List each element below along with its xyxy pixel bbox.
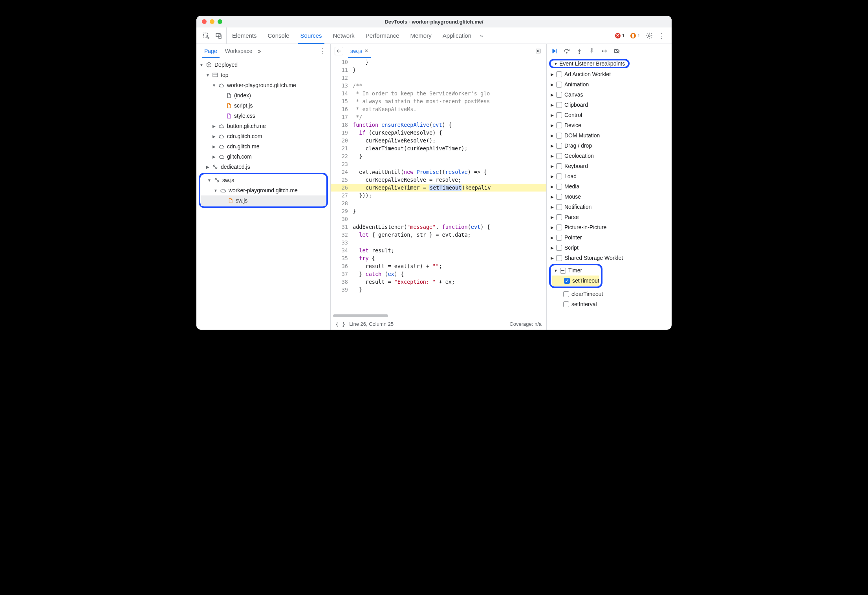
category-canvas[interactable]: ▶Canvas (547, 89, 672, 100)
file-tab-swjs[interactable]: sw.js✕ (346, 44, 372, 58)
checkbox-icon[interactable] (563, 301, 569, 307)
category-script[interactable]: ▶Script (547, 243, 672, 253)
tab-application[interactable]: Application (437, 27, 477, 44)
code-line[interactable]: 28 (331, 199, 546, 207)
code-editor[interactable]: 10 }11}1213/**14 * In order to keep the … (331, 58, 546, 313)
tab-elements[interactable]: Elements (227, 27, 262, 44)
code-line[interactable]: 31addEventListener("message", function(e… (331, 223, 546, 231)
event-cleartimeout[interactable]: clearTimeout (547, 289, 672, 299)
tree-cdn-com[interactable]: ▶cdn.glitch.com (196, 131, 330, 141)
category-dom-mutation[interactable]: ▶DOM Mutation (547, 130, 672, 141)
close-tab-icon[interactable]: ✕ (364, 48, 368, 54)
tab-console[interactable]: Console (262, 27, 295, 44)
tree-index[interactable]: (index) (196, 90, 330, 100)
category-geolocation[interactable]: ▶Geolocation (547, 151, 672, 161)
checkbox-icon[interactable] (556, 153, 562, 159)
subtab-workspace[interactable]: Workspace (221, 44, 256, 58)
tab-network[interactable]: Network (328, 27, 360, 44)
code-line[interactable]: 23 (331, 160, 546, 168)
category-pointer[interactable]: ▶Pointer (547, 232, 672, 243)
step-icon[interactable] (601, 47, 608, 55)
step-into-icon[interactable] (576, 47, 583, 55)
tab-memory[interactable]: Memory (405, 27, 437, 44)
code-line[interactable]: 18function ensureKeepAlive(evt) { (331, 121, 546, 129)
checkbox-icon[interactable] (556, 194, 562, 200)
category-keyboard[interactable]: ▶Keyboard (547, 161, 672, 171)
checkbox-checked-icon[interactable]: ✓ (564, 278, 570, 284)
category-control[interactable]: ▶Control (547, 110, 672, 120)
event-listener-breakpoints-header[interactable]: ▼Event Listener Breakpoints (549, 59, 630, 68)
pretty-print-icon[interactable]: { } (335, 321, 345, 327)
code-line[interactable]: 29} (331, 207, 546, 215)
category-media[interactable]: ▶Media (547, 181, 672, 192)
subtabs-overflow-icon[interactable]: » (258, 48, 261, 54)
code-line[interactable]: 15 * always maintain the most-recent pos… (331, 97, 546, 105)
checkbox-icon[interactable] (556, 92, 562, 98)
category-mouse[interactable]: ▶Mouse (547, 192, 672, 202)
checkbox-icon[interactable] (556, 82, 562, 88)
tree-cdn-me[interactable]: ▶cdn.glitch.me (196, 141, 330, 151)
category-clipboard[interactable]: ▶Clipboard (547, 100, 672, 110)
category-drag-drop[interactable]: ▶Drag / drop (547, 141, 672, 151)
checkbox-icon[interactable] (556, 143, 562, 149)
category-device[interactable]: ▶Device (547, 120, 672, 130)
navigator-options-icon[interactable]: ⋮ (319, 47, 326, 55)
warning-count-badge[interactable]: ▮1 (630, 33, 640, 38)
checkbox-icon[interactable] (556, 122, 562, 128)
code-line[interactable]: 34 let result; (331, 246, 546, 254)
code-line[interactable]: 27 })); (331, 192, 546, 199)
tree-script-js[interactable]: script.js (196, 100, 330, 111)
file-nav-history-icon[interactable] (335, 47, 343, 55)
tree-top[interactable]: ▼top (196, 70, 330, 80)
code-line[interactable]: 19 if (curKeepAliveResolve) { (331, 129, 546, 137)
code-line[interactable]: 36 result = eval(str) + ""; (331, 262, 546, 270)
code-line[interactable]: 16 * extraKeepAliveMs. (331, 105, 546, 113)
code-line[interactable]: 20 curKeepAliveResolve(); (331, 137, 546, 144)
code-line[interactable]: 10 } (331, 58, 546, 66)
device-toolbar-icon[interactable] (215, 32, 222, 39)
category-notification[interactable]: ▶Notification (547, 202, 672, 212)
tree-button-glitch[interactable]: ▶button.glitch.me (196, 121, 330, 131)
category-picture-in-picture[interactable]: ▶Picture-in-Picture (547, 222, 672, 232)
settings-gear-icon[interactable] (646, 32, 653, 39)
tree-deployed[interactable]: ▼Deployed (196, 60, 330, 70)
checkbox-icon[interactable] (556, 184, 562, 190)
horizontal-scrollbar[interactable] (331, 313, 546, 318)
code-line[interactable]: 17 */ (331, 113, 546, 121)
category-parse[interactable]: ▶Parse (547, 212, 672, 222)
code-line[interactable]: 38 result = "Exception: " + ex; (331, 278, 546, 286)
scrollbar-thumb[interactable] (333, 314, 388, 317)
code-line[interactable]: 21 clearTimeout(curKeepAliveTimer); (331, 144, 546, 152)
tab-sources[interactable]: Sources (295, 27, 328, 44)
event-settimeout[interactable]: ✓setTimeout (552, 276, 599, 286)
checkbox-icon[interactable] (556, 204, 562, 210)
checkbox-icon[interactable] (556, 214, 562, 220)
code-line[interactable]: 33 (331, 239, 546, 246)
code-line[interactable]: 22 } (331, 152, 546, 160)
category-load[interactable]: ▶Load (547, 171, 672, 181)
tree-sw-origin[interactable]: ▼worker-playground.glitch.me (201, 185, 326, 195)
code-line[interactable]: 39 } (331, 286, 546, 294)
run-snippet-icon[interactable] (534, 47, 542, 55)
resume-icon[interactable] (551, 47, 558, 55)
step-over-icon[interactable] (563, 47, 570, 55)
checkbox-icon[interactable] (556, 102, 562, 108)
inspect-element-icon[interactable] (203, 32, 210, 39)
checkbox-icon[interactable] (556, 235, 562, 241)
deactivate-breakpoints-icon[interactable] (613, 47, 621, 55)
code-line[interactable]: 26 curKeepAliveTimer = setTimeout(keepAl… (331, 184, 546, 192)
code-line[interactable]: 37 } catch (ex) { (331, 270, 546, 278)
tree-glitch-com[interactable]: ▶glitch.com (196, 151, 330, 162)
tree-sw-js-file[interactable]: sw.js (201, 195, 326, 206)
code-line[interactable]: 11} (331, 66, 546, 74)
checkbox-icon[interactable] (556, 163, 562, 169)
category-shared-storage-worklet[interactable]: ▶Shared Storage Worklet (547, 253, 672, 263)
more-options-icon[interactable]: ⋮ (658, 31, 665, 40)
code-line[interactable]: 14 * In order to keep the ServiceWorker'… (331, 89, 546, 97)
event-setinterval[interactable]: setInterval (547, 299, 672, 309)
checkbox-icon[interactable] (556, 71, 562, 77)
checkbox-icon[interactable] (556, 224, 562, 230)
code-line[interactable]: 30 (331, 215, 546, 223)
error-count-badge[interactable]: ✕1 (615, 33, 625, 38)
category-timer[interactable]: ▼Timer (552, 265, 599, 276)
